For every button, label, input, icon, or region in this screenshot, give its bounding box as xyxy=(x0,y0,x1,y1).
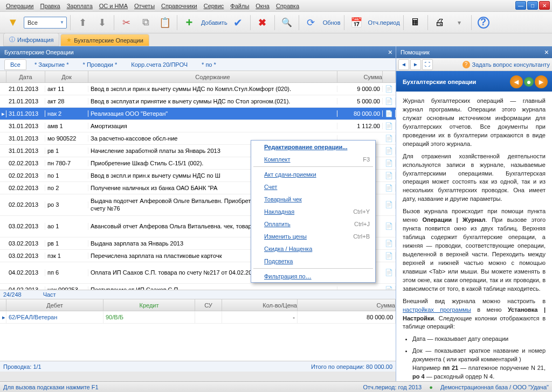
print-icon[interactable]: 🖨 xyxy=(431,14,448,31)
refresh-button[interactable]: Обнов xyxy=(323,19,341,26)
ftab-all[interactable]: Все xyxy=(4,59,26,70)
help-pane: Помощник × ◄ ► ⛶ ? Задать вопрос консуль… xyxy=(396,46,552,391)
ftab-closing[interactable]: * Закрытие * xyxy=(29,59,75,70)
context-menu-item[interactable]: ОплатитьCtrl+J xyxy=(251,218,375,230)
help-title: Бухгалтерские операции ◄ ● ► xyxy=(396,71,552,92)
context-menu-item[interactable]: Фильтрация по… xyxy=(251,270,375,282)
row-doc-icon[interactable]: 📄 xyxy=(383,147,396,155)
menu-operations[interactable]: Операции xyxy=(3,1,37,11)
ftab-corr[interactable]: Корр.счета 20/ПРОЧ xyxy=(125,59,194,70)
help-back-icon[interactable]: ◄ xyxy=(398,59,409,70)
minimize-button[interactable]: — xyxy=(515,1,526,10)
help-close-icon[interactable]: × xyxy=(544,48,549,57)
col-doc[interactable]: Док xyxy=(45,71,88,82)
context-menu-item[interactable]: НакладнаяCtrl+Y xyxy=(251,205,375,218)
search-icon[interactable]: 🔍 xyxy=(278,14,295,31)
col-qty[interactable]: Кол-во/Цена xyxy=(222,299,298,311)
menu-windows[interactable]: Окна xyxy=(252,1,273,11)
row-doc-icon[interactable]: 📄 xyxy=(383,240,396,247)
row-doc-icon[interactable]: 📄 xyxy=(383,222,396,230)
filter-combo[interactable]: Все xyxy=(24,17,67,29)
col-content[interactable]: Содержание xyxy=(88,71,337,82)
help-home-icon[interactable]: ● xyxy=(524,77,534,87)
col-sum2[interactable]: Сумма xyxy=(298,299,396,311)
table-row[interactable]: 21.01.2013акт 11Ввод в экспл.и прин.к вы… xyxy=(0,83,396,95)
menu-edit[interactable]: Правка xyxy=(37,1,63,11)
close-button[interactable]: ✕ xyxy=(539,1,550,10)
context-menu-item[interactable]: Акт сдачи-приемки xyxy=(251,168,375,180)
cut-icon[interactable]: ✂ xyxy=(118,14,135,31)
row-doc-icon[interactable]: 📄 xyxy=(383,135,396,142)
row-doc-icon[interactable]: 📄 xyxy=(383,184,396,192)
maximize-button[interactable]: □ xyxy=(527,1,538,10)
calculator-icon[interactable]: 🖩 xyxy=(407,14,424,31)
table-row[interactable]: ▸31.01.2013нак 2Реализация ООО "Ветеран"… xyxy=(0,108,396,120)
col-sum[interactable]: Сумма xyxy=(337,71,383,82)
sort-asc-icon[interactable]: ⬆ xyxy=(74,14,91,31)
sort-desc-icon[interactable]: ⬇ xyxy=(93,14,111,31)
col-date[interactable]: Дата xyxy=(6,71,45,82)
help-pane-title: Помощник × xyxy=(396,46,552,58)
calendar-icon[interactable]: 📅 xyxy=(348,14,365,31)
menu-reports[interactable]: Отчеты xyxy=(131,1,158,11)
menu-files[interactable]: Файлы xyxy=(227,1,252,11)
row-doc-icon[interactable]: 📄 xyxy=(383,85,396,93)
row-doc-icon[interactable]: 📄 xyxy=(383,201,396,208)
context-menu-item[interactable]: Редактирование операции... xyxy=(251,141,375,153)
ask-consultant-link[interactable]: ? Задать вопрос консультанту xyxy=(463,61,550,68)
row-doc-icon[interactable]: 📄 xyxy=(383,122,396,130)
menu-salary[interactable]: Зарплата xyxy=(64,1,96,11)
tab-operations[interactable]: ★Бухгалтерские Операции xyxy=(60,34,149,46)
help-settings-link[interactable]: настройках программы xyxy=(403,306,471,313)
row-doc-icon[interactable]: 📄 xyxy=(383,252,396,260)
apply-icon[interactable]: ✔ xyxy=(230,14,247,31)
menu-service[interactable]: Сервис xyxy=(201,1,227,11)
table-row[interactable]: 21.01.2013акт 28Ввод в эксплуат.и принят… xyxy=(0,95,396,108)
row-doc-icon[interactable]: 📄 xyxy=(383,110,396,117)
help-next-icon[interactable]: ► xyxy=(535,75,548,88)
help-fwd-icon[interactable]: ► xyxy=(410,59,421,70)
entries-grid[interactable]: ▸ 62/РЕАЛ/Ветеран 90/В/Б - 80 000.00 xyxy=(0,311,396,361)
period-button[interactable]: Отч.период xyxy=(368,19,400,26)
help-icon[interactable]: ? xyxy=(475,14,492,31)
row-doc-icon[interactable]: 📄 xyxy=(383,172,396,179)
context-menu-item[interactable]: Скидка / Наценка xyxy=(251,242,375,255)
ftab-by[interactable]: * по * xyxy=(196,59,222,70)
menu-assets[interactable]: ОС и НМА xyxy=(96,1,131,11)
entry-row[interactable]: ▸ 62/РЕАЛ/Ветеран 90/В/Б - 80 000.00 xyxy=(0,311,396,324)
menubar: Операции Правка Зарплата ОС и НМА Отчеты… xyxy=(0,0,552,12)
toolbar: ▼ Все ⬆ ⬇ ✂ ⧉ 📋 + Добавить ✔ ✖ 🔍 ⟳ Обнов… xyxy=(0,12,552,33)
row-counter: 24/248Част xyxy=(0,290,396,299)
paste-icon[interactable]: 📋 xyxy=(156,14,174,31)
copy-icon[interactable]: ⧉ xyxy=(137,14,154,31)
menu-help[interactable]: Справка xyxy=(273,1,302,11)
context-menu-item[interactable]: Счет xyxy=(251,180,375,193)
print-dropdown-icon[interactable]: ▾ xyxy=(451,14,468,31)
add-icon[interactable]: + xyxy=(181,14,198,31)
row-doc-icon[interactable]: 📄 xyxy=(383,97,396,105)
question-icon: ? xyxy=(463,61,470,68)
refresh-icon[interactable]: ⟳ xyxy=(302,14,320,31)
context-menu-item[interactable]: Товарный чек xyxy=(251,193,375,205)
context-menu-item[interactable]: Подсветка xyxy=(251,255,375,267)
col-debit[interactable]: Дебет xyxy=(6,299,104,311)
menu-refs[interactable]: Справочники xyxy=(158,1,201,11)
delete-icon[interactable]: ✖ xyxy=(254,14,271,31)
help-prev-icon[interactable]: ◄ xyxy=(510,75,523,88)
pane-close-icon[interactable]: × xyxy=(388,48,392,57)
context-menu: Редактирование операции...КомплектF3Акт … xyxy=(251,140,376,283)
ftab-entries[interactable]: * Проводки * xyxy=(77,59,123,70)
table-row[interactable]: 04.02.2013нак 000253Поступление от ИП Са… xyxy=(0,284,396,290)
context-menu-item[interactable]: КомплектF3 xyxy=(251,153,375,165)
help-expand-icon[interactable]: ⛶ xyxy=(422,59,433,70)
row-doc-icon[interactable]: 📄 xyxy=(383,269,396,276)
context-menu-item[interactable]: Изменить ценыCtrl+B xyxy=(251,230,375,242)
filter-icon[interactable]: ▼ xyxy=(4,14,22,31)
row-doc-icon[interactable]: 📄 xyxy=(383,286,396,290)
col-su[interactable]: СУ xyxy=(195,299,222,311)
table-row[interactable]: 31.01.2013амв 1Амортизация1 112.00📄 xyxy=(0,120,396,132)
tab-info[interactable]: ⓘИнформация xyxy=(3,33,59,46)
row-doc-icon[interactable]: 📄 xyxy=(383,159,396,167)
add-button[interactable]: Добавить xyxy=(201,19,227,26)
col-credit[interactable]: Кредит xyxy=(104,299,195,311)
